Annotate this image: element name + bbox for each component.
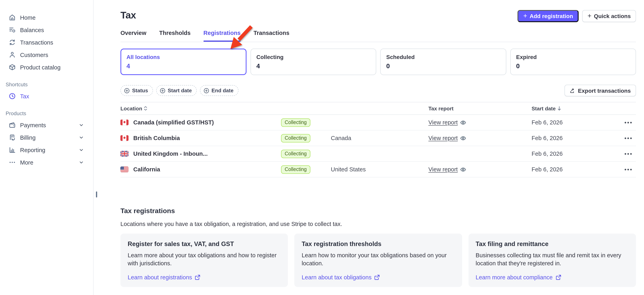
row-overflow-button[interactable]: ••• xyxy=(624,166,636,172)
sidebar-item-customers[interactable]: Customers xyxy=(0,48,93,61)
card-label: Scheduled xyxy=(386,54,500,60)
info-card-title: Tax registration thresholds xyxy=(302,240,455,248)
row-overflow-button[interactable]: ••• xyxy=(624,151,636,156)
card-label: Expired xyxy=(516,54,630,60)
main-content: + Add registration + Quick actions Tax O… xyxy=(120,0,636,287)
flag-icon xyxy=(120,135,128,141)
card-label: Collecting xyxy=(256,54,370,60)
app-window: Home Balances Transactions Customers Pro… xyxy=(0,0,644,295)
row-overflow-button[interactable]: ••• xyxy=(624,135,636,141)
location-name: United Kingdom - Inboun... xyxy=(133,150,208,157)
sidebar-item-reporting[interactable]: Reporting xyxy=(0,144,93,156)
flag-icon xyxy=(120,120,128,125)
learn-more-about-compliance-link[interactable]: Learn more about compliance xyxy=(476,274,561,280)
card-value: 4 xyxy=(126,62,240,70)
chevron-down-icon xyxy=(79,148,84,152)
column-label: Start date xyxy=(532,105,556,112)
start-date-cell: Feb 6, 2026 xyxy=(532,150,620,157)
tab-overview[interactable]: Overview xyxy=(120,30,146,42)
info-heading: Tax registrations xyxy=(120,207,636,215)
summary-cards: All locations 4 Collecting 4 Scheduled 0… xyxy=(120,48,636,75)
start-date-cell: Feb 6, 2026 xyxy=(532,119,620,126)
card-value: 0 xyxy=(386,62,500,70)
external-link-icon xyxy=(195,274,200,280)
quick-actions-button[interactable]: + Quick actions xyxy=(582,10,636,22)
table-row[interactable]: United Kingdom - Inboun... Collecting Fe… xyxy=(120,146,636,162)
plus-circle-icon xyxy=(124,88,130,93)
start-date-cell: Feb 6, 2026 xyxy=(532,135,620,141)
summary-card-all-locations[interactable]: All locations 4 xyxy=(120,48,246,75)
filter-status[interactable]: Status xyxy=(120,85,153,96)
learn-about-tax-obligations-link[interactable]: Learn about tax obligations xyxy=(302,274,380,280)
filter-label: End date xyxy=(212,88,234,94)
tab-thresholds[interactable]: Thresholds xyxy=(159,30,190,42)
view-report-link[interactable]: View report xyxy=(428,119,532,126)
link-label: Learn more about compliance xyxy=(476,274,553,280)
view-report-label: View report xyxy=(428,166,458,172)
row-overflow-button[interactable]: ••• xyxy=(624,120,636,125)
view-report-label: View report xyxy=(428,135,458,141)
summary-card-expired[interactable]: Expired 0 xyxy=(510,48,636,75)
table-row[interactable]: California Collecting United States View… xyxy=(120,162,636,178)
info-card-thresholds: Tax registration thresholds Learn how to… xyxy=(294,234,462,287)
column-start-date[interactable]: Start date xyxy=(532,105,620,112)
table-row[interactable]: British Columbia Collecting Canada View … xyxy=(120,130,636,146)
link-label: Learn about registrations xyxy=(128,274,192,280)
info-card-body: Learn how to monitor your tax obligation… xyxy=(302,251,455,267)
clock-icon xyxy=(9,93,16,100)
add-registration-button[interactable]: + Add registration xyxy=(518,10,578,22)
info-card-filing: Tax filing and remittance Businesses col… xyxy=(468,234,636,287)
column-tax-report[interactable]: Tax report xyxy=(428,105,532,112)
sidebar-item-home[interactable]: Home xyxy=(0,11,93,24)
eye-icon xyxy=(460,166,466,172)
sidebar-item-more[interactable]: More xyxy=(0,156,93,168)
status-badge: Collecting xyxy=(281,165,310,174)
sidebar-item-tax[interactable]: Tax xyxy=(0,90,93,102)
summary-card-scheduled[interactable]: Scheduled 0 xyxy=(380,48,506,75)
sort-down-icon xyxy=(557,106,561,111)
eye-icon xyxy=(460,120,466,126)
add-registration-label: Add registration xyxy=(530,13,573,19)
wallet-icon xyxy=(9,122,16,128)
filter-start-date[interactable]: Start date xyxy=(156,85,196,96)
sidebar-item-transactions[interactable]: Transactions xyxy=(0,36,93,48)
filter-end-date[interactable]: End date xyxy=(200,85,238,96)
view-report-link[interactable]: View report xyxy=(428,166,532,172)
external-link-icon xyxy=(556,274,561,280)
view-report-link[interactable]: View report xyxy=(428,135,532,141)
column-location[interactable]: Location xyxy=(120,105,428,112)
column-label: Location xyxy=(120,105,142,112)
external-link-icon xyxy=(374,274,380,280)
info-cards: Register for sales tax, VAT, and GST Lea… xyxy=(120,234,636,287)
quick-actions-label: Quick actions xyxy=(594,13,631,19)
sidebar-item-balances[interactable]: Balances xyxy=(0,24,93,36)
location-name: British Columbia xyxy=(133,135,180,141)
sidebar-item-label: More xyxy=(20,159,33,166)
eye-icon xyxy=(460,135,466,141)
link-label: Learn about tax obligations xyxy=(302,274,372,280)
invoice-icon xyxy=(9,134,16,141)
sidebar-item-label: Customers xyxy=(20,52,48,58)
table-row[interactable]: Canada (simplified GST/HST) Collecting V… xyxy=(120,115,636,130)
summary-card-collecting[interactable]: Collecting 4 xyxy=(250,48,376,75)
sidebar-item-label: Payments xyxy=(20,122,46,128)
tab-transactions[interactable]: Transactions xyxy=(254,30,290,42)
plus-icon: + xyxy=(523,12,527,19)
plus-icon: + xyxy=(588,12,592,19)
transactions-icon xyxy=(9,39,16,46)
sidebar-section-products: Products xyxy=(0,102,93,119)
sidebar-item-billing[interactable]: Billing xyxy=(0,131,93,144)
table-header: Location Tax report Start date xyxy=(120,102,636,115)
view-report-label: View report xyxy=(428,119,458,126)
column-label: Tax report xyxy=(428,105,454,112)
table-body: Canada (simplified GST/HST) Collecting V… xyxy=(120,115,636,178)
sidebar-item-label: Tax xyxy=(20,93,29,99)
sidebar-item-payments[interactable]: Payments xyxy=(0,119,93,131)
learn-about-registrations-link[interactable]: Learn about registrations xyxy=(128,274,200,280)
info-description: Locations where you have a tax obligatio… xyxy=(120,221,636,227)
chevron-down-icon xyxy=(79,123,84,127)
sidebar-item-product-catalog[interactable]: Product catalog xyxy=(0,61,93,74)
export-transactions-button[interactable]: Export transactions xyxy=(564,85,636,96)
tab-registrations[interactable]: Registrations xyxy=(203,30,240,42)
chevron-down-icon xyxy=(79,135,84,140)
